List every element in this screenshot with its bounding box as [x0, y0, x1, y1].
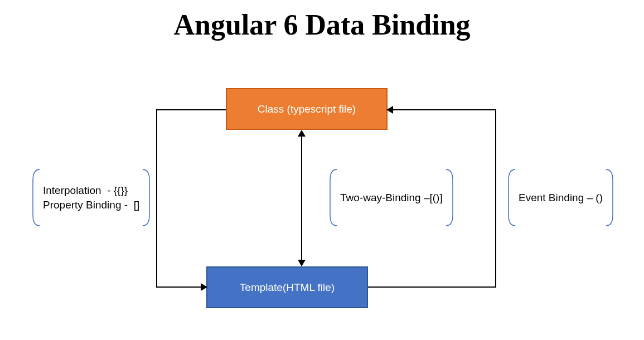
- event-binding-label: Event Binding – (): [516, 191, 605, 205]
- bracket-right-icon: [445, 168, 455, 227]
- bracket-right-icon: [142, 168, 152, 227]
- class-box-label: Class (typescript file): [258, 103, 356, 115]
- template-box-label: Template(HTML file): [240, 281, 335, 294]
- template-box: Template(HTML file): [206, 266, 368, 308]
- interpolation-label-group: Interpolation - {{}} Property Binding - …: [31, 168, 156, 227]
- arrowhead-right-icon: [201, 283, 207, 291]
- arrowhead-down-icon: [298, 260, 306, 266]
- bracket-left-icon: [328, 168, 338, 227]
- class-box: Class (typescript file): [226, 88, 388, 130]
- two-way-label: Two-way-Binding –[()]: [338, 191, 445, 205]
- bracket-left-icon: [31, 168, 41, 227]
- event-binding-label-group: Event Binding – (): [506, 168, 630, 227]
- right-connector-segment: [392, 109, 496, 110]
- bracket-left-icon: [506, 168, 516, 227]
- diagram-title: Angular 6 Data Binding: [0, 8, 644, 41]
- right-connector-segment: [368, 286, 496, 288]
- arrowhead-left-icon: [386, 106, 393, 114]
- middle-connector-segment: [301, 135, 302, 261]
- two-way-label-group: Two-way-Binding –[()]: [328, 168, 459, 227]
- bracket-right-icon: [605, 168, 615, 227]
- arrowhead-up-icon: [298, 130, 306, 137]
- left-connector-segment: [156, 286, 202, 288]
- right-connector-segment: [495, 109, 496, 288]
- interpolation-label: Interpolation - {{}} Property Binding - …: [41, 183, 142, 212]
- left-connector-segment: [156, 109, 226, 110]
- left-connector-segment: [156, 109, 157, 288]
